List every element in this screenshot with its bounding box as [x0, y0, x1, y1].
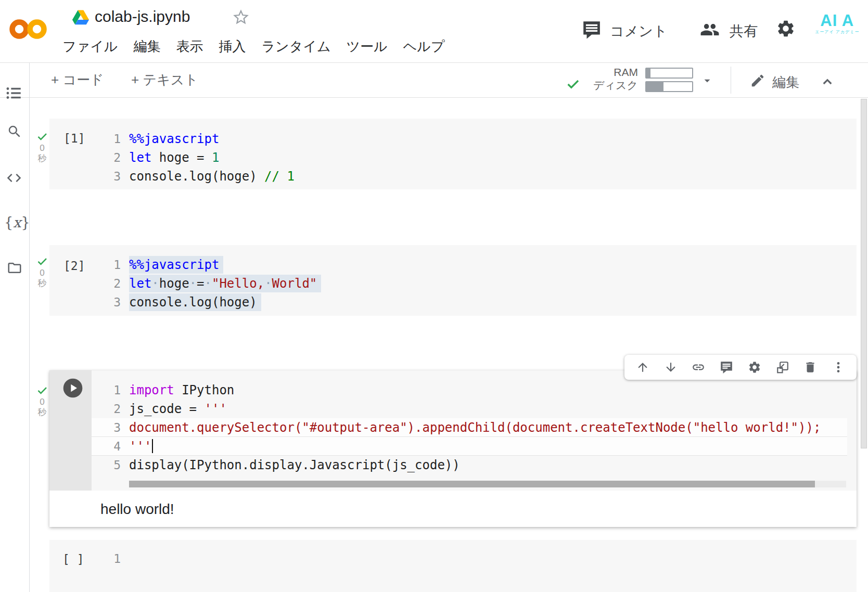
sidebar-divider — [29, 62, 30, 592]
cell-toolbar — [624, 355, 857, 380]
cell-status-check-icon — [36, 130, 48, 143]
menu-item[interactable]: 表示 — [176, 37, 203, 56]
code-editor[interactable]: 1%%javascript2let·hoge·=·"Hello,·World"3… — [49, 245, 857, 312]
add-comment-icon[interactable] — [720, 361, 733, 374]
code-line[interactable]: 4''' — [49, 437, 857, 456]
disk-usage-fill — [646, 82, 663, 91]
line-number: 3 — [49, 167, 121, 186]
collapse-chevron-icon[interactable] — [819, 73, 836, 89]
ram-usage-fill — [646, 69, 650, 78]
line-number: 1 — [49, 381, 121, 400]
line-number: 1 — [49, 130, 121, 148]
notebook-title[interactable]: colab-js.ipynb — [95, 8, 190, 25]
colab-logo[interactable] — [8, 15, 48, 44]
code-text: document.querySelector("#output-area").a… — [129, 418, 821, 437]
files-icon[interactable] — [7, 260, 22, 276]
line-number: 1 — [49, 255, 121, 274]
code-text: console.log(hoge) — [129, 293, 261, 312]
line-number: 1 — [49, 549, 121, 568]
move-cell-up-icon[interactable] — [636, 361, 649, 374]
code-cell-2[interactable]: [2] 1%%javascript2let·hoge·=·"Hello,·Wor… — [49, 245, 857, 316]
horizontal-scrollbar[interactable] — [129, 481, 846, 487]
colab-notebook-app: colab-js.ipynb ファイル編集表示挿入ランタイムツールヘルプ コメン… — [0, 0, 868, 592]
code-cell-1[interactable]: [1] 1%%javascript2let hoge = 13console.l… — [49, 119, 857, 189]
menu-item[interactable]: ヘルプ — [403, 37, 445, 56]
comment-icon — [582, 20, 602, 40]
search-icon[interactable] — [7, 124, 22, 139]
code-text: console.log(hoge) // 1 — [129, 167, 295, 186]
copy-link-icon[interactable] — [692, 361, 705, 374]
line-number: 2 — [49, 400, 121, 418]
table-of-contents-icon[interactable] — [5, 84, 23, 102]
code-line[interactable]: 1%%javascript — [49, 130, 857, 148]
code-text: %%javascript — [129, 130, 219, 148]
status-check-icon — [565, 76, 581, 92]
code-line[interactable]: 3console.log(hoge) // 1 — [49, 167, 857, 186]
code-cell-4[interactable]: [ ] 1 — [49, 540, 857, 592]
code-editor[interactable]: 1%%javascript2let hoge = 13console.log(h… — [49, 119, 857, 186]
code-text: %%javascript — [129, 255, 223, 274]
code-text: let hoge = 1 — [129, 148, 219, 167]
code-snippets-icon[interactable] — [6, 170, 22, 186]
move-cell-down-icon[interactable] — [664, 361, 678, 374]
code-line[interactable]: 1 — [49, 549, 857, 568]
code-line[interactable]: 3console.log(hoge) — [49, 293, 857, 312]
code-line[interactable]: 2let·hoge·=·"Hello,·World" — [49, 274, 857, 293]
code-line[interactable]: 3document.querySelector("#output-area").… — [49, 418, 857, 437]
code-line[interactable]: 2js_code = ''' — [49, 400, 857, 418]
code-cell-3[interactable]: 1import IPython2js_code = '''3document.q… — [49, 370, 857, 527]
line-number: 3 — [49, 293, 121, 312]
line-number: 2 — [49, 274, 121, 293]
cell-exec-time-unit: 秒 — [38, 278, 47, 288]
horizontal-scrollbar-thumb[interactable] — [129, 481, 815, 487]
ram-usage-bar[interactable] — [645, 68, 693, 79]
add-code-button[interactable]: + コード — [51, 71, 104, 89]
code-editor[interactable]: 1import IPython2js_code = '''3document.q… — [49, 370, 857, 491]
menu-item[interactable]: ファイル — [62, 37, 118, 56]
menu-item[interactable]: ランタイム — [261, 37, 330, 56]
avatar-logo-text: AI A — [815, 12, 860, 29]
cell-exec-time-unit: 秒 — [38, 407, 47, 417]
code-line[interactable]: 1%%javascript — [49, 255, 857, 274]
cell-status-check-icon — [36, 255, 48, 267]
code-line[interactable]: 5display(IPython.display.Javascript(js_c… — [49, 456, 857, 474]
usage-dropdown-icon[interactable] — [700, 74, 714, 87]
page-scrollbar-thumb[interactable] — [861, 99, 867, 448]
drive-icon — [72, 9, 90, 25]
delete-cell-icon[interactable] — [803, 361, 817, 374]
code-text: display(IPython.display.Javascript(js_co… — [129, 456, 460, 474]
ram-label: RAM — [587, 66, 638, 79]
cell-3-status: 0 秒 — [31, 384, 53, 417]
avatar-logo-subtext: エーアイ アカデミー — [815, 29, 860, 35]
more-actions-icon[interactable] — [832, 361, 845, 374]
menubar: ファイル編集表示挿入ランタイムツールヘルプ — [62, 37, 445, 56]
share-button[interactable]: 共有 — [730, 22, 758, 41]
add-text-button[interactable]: + テキスト — [131, 71, 198, 89]
comment-button[interactable]: コメント — [610, 22, 668, 41]
current-line-highlight — [92, 437, 847, 456]
avatar[interactable]: AI A エーアイ アカデミー — [815, 12, 860, 35]
cell-exec-time-value: 0 — [40, 397, 44, 407]
code-editor[interactable]: 1 — [49, 540, 857, 568]
mirror-cell-icon[interactable] — [776, 361, 789, 374]
cell-settings-icon[interactable] — [748, 361, 761, 374]
code-line[interactable]: 1import IPython — [49, 381, 857, 400]
code-lines[interactable]: 1import IPython2js_code = '''3document.q… — [49, 370, 857, 474]
edit-mode-button[interactable]: 編集 — [772, 73, 799, 92]
code-text: ''' — [129, 437, 153, 456]
notebook-toolbar — [0, 62, 868, 98]
variables-icon[interactable]: {x} — [4, 214, 30, 230]
cell-exec-time-unit: 秒 — [38, 153, 47, 163]
settings-gear-icon[interactable] — [776, 19, 796, 38]
code-text: import IPython — [129, 381, 234, 400]
code-line[interactable]: 2let hoge = 1 — [49, 148, 857, 167]
menu-item[interactable]: 編集 — [133, 37, 160, 56]
cell-status-check-icon — [36, 384, 48, 396]
text-cursor — [152, 439, 153, 453]
cell-exec-time-value: 0 — [40, 143, 44, 153]
star-icon[interactable] — [232, 8, 250, 26]
menu-item[interactable]: 挿入 — [219, 37, 246, 56]
menu-item[interactable]: ツール — [346, 37, 387, 56]
disk-usage-bar[interactable] — [645, 81, 693, 92]
people-icon — [699, 20, 721, 40]
